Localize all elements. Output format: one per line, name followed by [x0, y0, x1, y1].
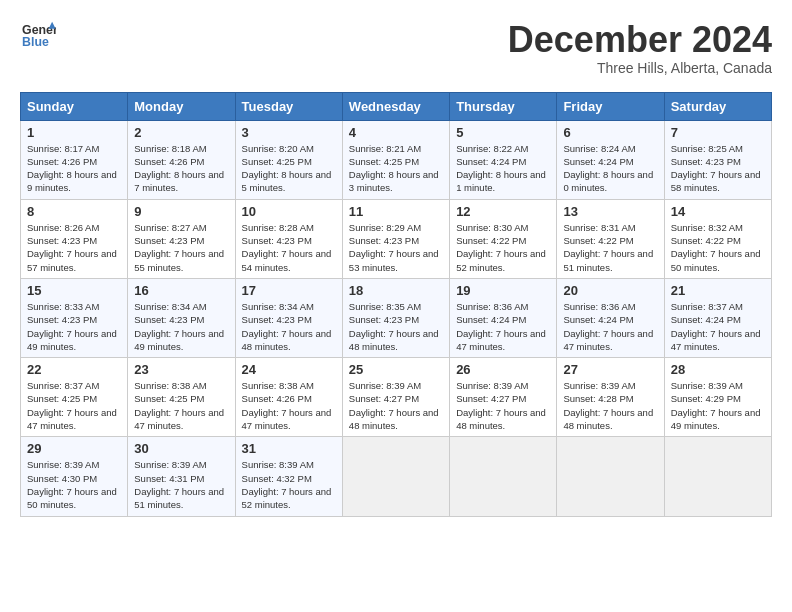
calendar-day-cell: 20 Sunrise: 8:36 AM Sunset: 4:24 PM Dayl…	[557, 278, 664, 357]
calendar-day-cell: 21 Sunrise: 8:37 AM Sunset: 4:24 PM Dayl…	[664, 278, 771, 357]
day-of-week-header: Friday	[557, 92, 664, 120]
calendar-day-cell: 8 Sunrise: 8:26 AM Sunset: 4:23 PM Dayli…	[21, 199, 128, 278]
calendar-day-cell: 12 Sunrise: 8:30 AM Sunset: 4:22 PM Dayl…	[450, 199, 557, 278]
day-detail: Sunrise: 8:27 AM Sunset: 4:23 PM Dayligh…	[134, 221, 228, 274]
day-number: 31	[242, 441, 336, 456]
day-number: 10	[242, 204, 336, 219]
calendar-day-cell: 5 Sunrise: 8:22 AM Sunset: 4:24 PM Dayli…	[450, 120, 557, 199]
day-number: 17	[242, 283, 336, 298]
day-number: 7	[671, 125, 765, 140]
day-detail: Sunrise: 8:39 AM Sunset: 4:27 PM Dayligh…	[456, 379, 550, 432]
calendar-day-cell: 25 Sunrise: 8:39 AM Sunset: 4:27 PM Dayl…	[342, 358, 449, 437]
days-of-week-row: SundayMondayTuesdayWednesdayThursdayFrid…	[21, 92, 772, 120]
svg-text:Blue: Blue	[22, 35, 49, 49]
day-number: 26	[456, 362, 550, 377]
day-number: 8	[27, 204, 121, 219]
calendar-day-cell: 10 Sunrise: 8:28 AM Sunset: 4:23 PM Dayl…	[235, 199, 342, 278]
calendar-day-cell: 18 Sunrise: 8:35 AM Sunset: 4:23 PM Dayl…	[342, 278, 449, 357]
day-detail: Sunrise: 8:35 AM Sunset: 4:23 PM Dayligh…	[349, 300, 443, 353]
day-number: 28	[671, 362, 765, 377]
day-number: 14	[671, 204, 765, 219]
day-number: 24	[242, 362, 336, 377]
day-number: 16	[134, 283, 228, 298]
day-of-week-header: Wednesday	[342, 92, 449, 120]
day-detail: Sunrise: 8:39 AM Sunset: 4:29 PM Dayligh…	[671, 379, 765, 432]
location: Three Hills, Alberta, Canada	[508, 60, 772, 76]
calendar-day-cell: 4 Sunrise: 8:21 AM Sunset: 4:25 PM Dayli…	[342, 120, 449, 199]
calendar-day-cell: 3 Sunrise: 8:20 AM Sunset: 4:25 PM Dayli…	[235, 120, 342, 199]
day-detail: Sunrise: 8:39 AM Sunset: 4:28 PM Dayligh…	[563, 379, 657, 432]
calendar-week-row: 15 Sunrise: 8:33 AM Sunset: 4:23 PM Dayl…	[21, 278, 772, 357]
day-detail: Sunrise: 8:36 AM Sunset: 4:24 PM Dayligh…	[456, 300, 550, 353]
day-of-week-header: Sunday	[21, 92, 128, 120]
day-number: 12	[456, 204, 550, 219]
day-detail: Sunrise: 8:21 AM Sunset: 4:25 PM Dayligh…	[349, 142, 443, 195]
page-header: General Blue December 2024 Three Hills, …	[20, 20, 772, 76]
calendar-day-cell: 11 Sunrise: 8:29 AM Sunset: 4:23 PM Dayl…	[342, 199, 449, 278]
day-number: 29	[27, 441, 121, 456]
calendar-day-cell: 9 Sunrise: 8:27 AM Sunset: 4:23 PM Dayli…	[128, 199, 235, 278]
calendar-day-cell: 22 Sunrise: 8:37 AM Sunset: 4:25 PM Dayl…	[21, 358, 128, 437]
day-number: 11	[349, 204, 443, 219]
day-detail: Sunrise: 8:28 AM Sunset: 4:23 PM Dayligh…	[242, 221, 336, 274]
logo-icon: General Blue	[20, 20, 56, 50]
calendar-day-cell: 17 Sunrise: 8:34 AM Sunset: 4:23 PM Dayl…	[235, 278, 342, 357]
day-of-week-header: Saturday	[664, 92, 771, 120]
calendar-day-cell: 27 Sunrise: 8:39 AM Sunset: 4:28 PM Dayl…	[557, 358, 664, 437]
day-detail: Sunrise: 8:36 AM Sunset: 4:24 PM Dayligh…	[563, 300, 657, 353]
day-number: 1	[27, 125, 121, 140]
day-detail: Sunrise: 8:26 AM Sunset: 4:23 PM Dayligh…	[27, 221, 121, 274]
day-number: 9	[134, 204, 228, 219]
day-detail: Sunrise: 8:31 AM Sunset: 4:22 PM Dayligh…	[563, 221, 657, 274]
month-title: December 2024	[508, 20, 772, 60]
calendar-day-cell: 7 Sunrise: 8:25 AM Sunset: 4:23 PM Dayli…	[664, 120, 771, 199]
day-detail: Sunrise: 8:29 AM Sunset: 4:23 PM Dayligh…	[349, 221, 443, 274]
day-number: 5	[456, 125, 550, 140]
day-detail: Sunrise: 8:18 AM Sunset: 4:26 PM Dayligh…	[134, 142, 228, 195]
day-number: 6	[563, 125, 657, 140]
day-number: 25	[349, 362, 443, 377]
day-number: 21	[671, 283, 765, 298]
calendar-day-cell: 24 Sunrise: 8:38 AM Sunset: 4:26 PM Dayl…	[235, 358, 342, 437]
calendar-day-cell: 16 Sunrise: 8:34 AM Sunset: 4:23 PM Dayl…	[128, 278, 235, 357]
day-number: 23	[134, 362, 228, 377]
calendar-week-row: 29 Sunrise: 8:39 AM Sunset: 4:30 PM Dayl…	[21, 437, 772, 516]
day-detail: Sunrise: 8:20 AM Sunset: 4:25 PM Dayligh…	[242, 142, 336, 195]
day-detail: Sunrise: 8:24 AM Sunset: 4:24 PM Dayligh…	[563, 142, 657, 195]
day-of-week-header: Monday	[128, 92, 235, 120]
day-number: 20	[563, 283, 657, 298]
day-of-week-header: Thursday	[450, 92, 557, 120]
day-number: 22	[27, 362, 121, 377]
day-detail: Sunrise: 8:30 AM Sunset: 4:22 PM Dayligh…	[456, 221, 550, 274]
day-detail: Sunrise: 8:39 AM Sunset: 4:27 PM Dayligh…	[349, 379, 443, 432]
calendar-table: SundayMondayTuesdayWednesdayThursdayFrid…	[20, 92, 772, 517]
calendar-week-row: 8 Sunrise: 8:26 AM Sunset: 4:23 PM Dayli…	[21, 199, 772, 278]
day-detail: Sunrise: 8:38 AM Sunset: 4:25 PM Dayligh…	[134, 379, 228, 432]
day-of-week-header: Tuesday	[235, 92, 342, 120]
calendar-day-cell: 28 Sunrise: 8:39 AM Sunset: 4:29 PM Dayl…	[664, 358, 771, 437]
calendar-day-cell: 31 Sunrise: 8:39 AM Sunset: 4:32 PM Dayl…	[235, 437, 342, 516]
calendar-day-cell: 13 Sunrise: 8:31 AM Sunset: 4:22 PM Dayl…	[557, 199, 664, 278]
day-detail: Sunrise: 8:25 AM Sunset: 4:23 PM Dayligh…	[671, 142, 765, 195]
calendar-day-cell: 14 Sunrise: 8:32 AM Sunset: 4:22 PM Dayl…	[664, 199, 771, 278]
day-detail: Sunrise: 8:37 AM Sunset: 4:25 PM Dayligh…	[27, 379, 121, 432]
calendar-day-cell	[450, 437, 557, 516]
day-number: 3	[242, 125, 336, 140]
calendar-day-cell: 29 Sunrise: 8:39 AM Sunset: 4:30 PM Dayl…	[21, 437, 128, 516]
calendar-week-row: 1 Sunrise: 8:17 AM Sunset: 4:26 PM Dayli…	[21, 120, 772, 199]
day-number: 27	[563, 362, 657, 377]
calendar-day-cell: 26 Sunrise: 8:39 AM Sunset: 4:27 PM Dayl…	[450, 358, 557, 437]
calendar-day-cell	[342, 437, 449, 516]
day-number: 2	[134, 125, 228, 140]
calendar-day-cell: 19 Sunrise: 8:36 AM Sunset: 4:24 PM Dayl…	[450, 278, 557, 357]
calendar-day-cell: 23 Sunrise: 8:38 AM Sunset: 4:25 PM Dayl…	[128, 358, 235, 437]
day-detail: Sunrise: 8:34 AM Sunset: 4:23 PM Dayligh…	[242, 300, 336, 353]
calendar-day-cell: 2 Sunrise: 8:18 AM Sunset: 4:26 PM Dayli…	[128, 120, 235, 199]
day-detail: Sunrise: 8:39 AM Sunset: 4:31 PM Dayligh…	[134, 458, 228, 511]
calendar-week-row: 22 Sunrise: 8:37 AM Sunset: 4:25 PM Dayl…	[21, 358, 772, 437]
day-number: 18	[349, 283, 443, 298]
calendar-day-cell: 15 Sunrise: 8:33 AM Sunset: 4:23 PM Dayl…	[21, 278, 128, 357]
day-number: 19	[456, 283, 550, 298]
day-number: 13	[563, 204, 657, 219]
day-detail: Sunrise: 8:33 AM Sunset: 4:23 PM Dayligh…	[27, 300, 121, 353]
